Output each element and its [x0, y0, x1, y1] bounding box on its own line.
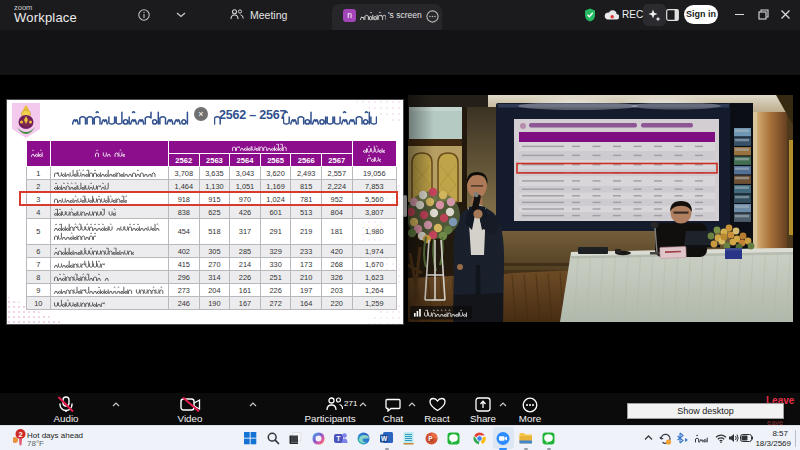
svg-text:P: P [428, 435, 433, 442]
svg-text:W: W [381, 435, 388, 442]
svg-text:T: T [337, 435, 342, 442]
svg-text:2: 2 [18, 430, 22, 439]
